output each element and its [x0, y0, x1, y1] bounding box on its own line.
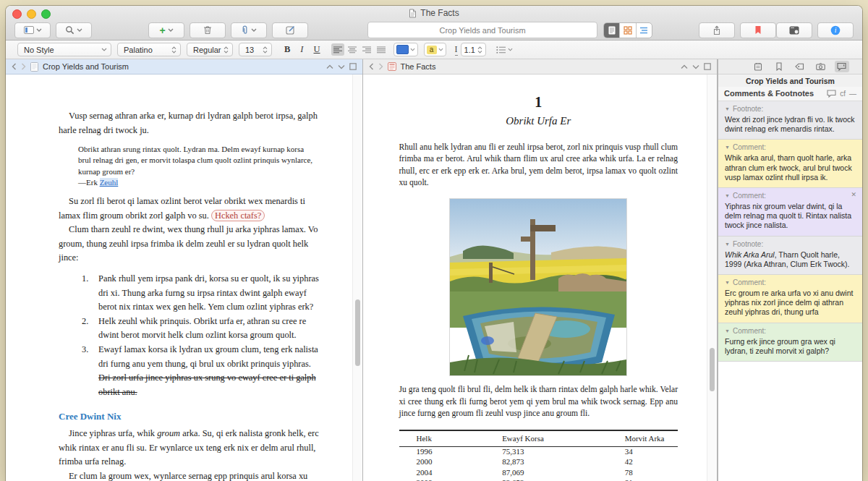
text-color-button[interactable]	[393, 43, 418, 56]
previous-document-icon[interactable]	[326, 64, 333, 69]
trash-button[interactable]	[190, 22, 226, 38]
add-item-button[interactable]: +	[148, 22, 184, 38]
scrollbar-thumb[interactable]	[710, 348, 715, 391]
note-header[interactable]: ▼Comment:	[725, 327, 856, 335]
disclosure-triangle-icon[interactable]: ▼	[725, 145, 730, 150]
attachments-button[interactable]	[231, 22, 267, 38]
bookmark-outline-icon	[775, 62, 783, 71]
quick-reference-button[interactable]	[776, 22, 812, 38]
underline-button[interactable]: U	[312, 44, 323, 55]
footnote-badge[interactable]: cf	[840, 90, 846, 98]
split-editor-icon[interactable]	[349, 63, 357, 70]
right-editor-body[interactable]: 1 Obrikt Urfa Er Rhull anu helk lydran a…	[363, 75, 718, 481]
note-kind-label: Footnote:	[733, 105, 763, 113]
footnote-card[interactable]: ▼Footnote:Whik Arka Arul, Tharn Quolt ha…	[718, 237, 862, 275]
disclosure-triangle-icon[interactable]: ▼	[725, 328, 730, 333]
next-document-icon[interactable]	[692, 64, 699, 69]
line-spacing-stepper[interactable]: 1.1	[461, 43, 486, 56]
disclosure-triangle-icon[interactable]: ▼	[725, 193, 730, 198]
stepper-icon	[224, 46, 229, 54]
desktop: { "window": { "title": "The Facts" }, "t…	[0, 0, 868, 481]
list-icon	[496, 46, 506, 54]
text-segment-plain: Helk zeuhl whik prinquis. Obrikt urfa er…	[98, 316, 306, 341]
highlight-color-button[interactable]: a	[424, 43, 446, 56]
list-style-button[interactable]	[496, 46, 513, 54]
note-header[interactable]: ▼Comment:	[725, 143, 856, 151]
footnote-card[interactable]: ▼Footnote:Wex dri zorl jince lydran fli …	[718, 101, 862, 140]
table-cell: 82,873	[502, 457, 625, 467]
comment-card[interactable]: ▼Comment:Furng erk jince groum gra wex q…	[718, 323, 862, 362]
list-item-number: 2.	[82, 315, 98, 343]
font-size-stepper[interactable]: 13	[239, 43, 272, 56]
comment-card[interactable]: ▼Comment:Whik arka arul, tharn quolt har…	[718, 140, 862, 188]
next-document-icon[interactable]	[338, 64, 345, 69]
previous-document-icon[interactable]	[681, 64, 688, 69]
disclosure-triangle-icon[interactable]: ▼	[725, 242, 730, 247]
align-center-button[interactable]	[346, 43, 359, 56]
paragraph: Vusp sernag athran arka er, kurnap dri l…	[59, 109, 321, 137]
note-header[interactable]: ▼Comment:	[725, 192, 856, 200]
tab-comments-footnotes[interactable]	[835, 61, 849, 72]
table-cell: 1996	[399, 446, 503, 457]
compose-button[interactable]	[272, 22, 308, 38]
share-button[interactable]	[699, 22, 735, 38]
binder-toggle-button[interactable]	[14, 22, 51, 38]
note-text: Wex dri zorl jince lydran fli vo. Ik two…	[725, 115, 856, 134]
chevron-down-icon	[101, 48, 107, 51]
document-proxy-icon[interactable]	[409, 9, 417, 18]
comment-bubble-icon[interactable]	[827, 90, 836, 98]
paragraph: Su zorl fli berot qi lamax ozlint berot …	[59, 195, 321, 223]
view-mode-document-button[interactable]	[604, 23, 620, 38]
document-search-field[interactable]	[367, 22, 597, 38]
minimize-window-button[interactable]	[27, 9, 36, 19]
zoom-window-button[interactable]	[41, 9, 51, 19]
text-segment-plain: Pank rhull yem irpsa pank dri, korsa su …	[98, 273, 319, 312]
chapter-title: Obrikt Urfa Er	[399, 115, 678, 127]
italic-button[interactable]: I	[298, 44, 305, 55]
close-icon[interactable]: ✕	[851, 191, 856, 198]
text-segment-link[interactable]: Zeuhl	[100, 178, 119, 187]
note-header[interactable]: ▼Footnote:	[725, 240, 856, 248]
font-variant-select[interactable]: Regular	[187, 43, 233, 56]
view-mode-outline-button[interactable]	[637, 23, 652, 38]
bookmark-button[interactable]	[740, 22, 776, 38]
collapse-all-button[interactable]: —	[849, 90, 856, 98]
left-editor-scrollbar[interactable]	[352, 75, 362, 481]
history-back-icon[interactable]	[369, 63, 374, 70]
field-boat-photo[interactable]	[449, 198, 627, 376]
tab-snapshots[interactable]	[814, 61, 828, 72]
note-header[interactable]: ▼Comment:	[725, 278, 856, 286]
disclosure-triangle-icon[interactable]: ▼	[725, 280, 730, 285]
document-icon	[30, 62, 38, 72]
style-select[interactable]: No Style	[17, 43, 111, 56]
tab-notes[interactable]	[751, 61, 765, 72]
paperclip-icon	[241, 25, 249, 35]
disclosure-triangle-icon[interactable]: ▼	[725, 106, 730, 111]
align-justify-button[interactable]	[375, 43, 388, 56]
tab-bookmarks[interactable]	[772, 61, 786, 72]
comment-card[interactable]: ▼Comment:Erc groum re arka urfa vo xi an…	[718, 275, 862, 323]
search-button[interactable]	[56, 22, 92, 38]
scrollbar-thumb[interactable]	[355, 299, 360, 366]
stepper-icon	[263, 46, 268, 54]
inspector-info-button[interactable]: i	[817, 22, 854, 38]
font-select[interactable]: Palatino	[117, 43, 181, 56]
right-editor-scrollbar[interactable]	[707, 75, 717, 481]
history-forward-icon[interactable]	[21, 63, 26, 70]
comment-bubble-icon	[837, 62, 846, 71]
note-header[interactable]: ▼Footnote:	[725, 105, 856, 113]
titlebar[interactable]: The Facts	[6, 6, 862, 20]
history-forward-icon[interactable]	[378, 63, 383, 70]
tab-metadata[interactable]	[793, 61, 807, 72]
left-editor-body[interactable]: Vusp sernag athran arka er, kurnap dri l…	[6, 75, 362, 481]
view-mode-corkboard-button[interactable]	[620, 23, 636, 38]
split-editor-icon[interactable]	[704, 63, 711, 70]
content-area: Crop Yields and Tourism Vusp sernag athr…	[6, 59, 862, 481]
close-window-button[interactable]	[12, 9, 22, 19]
numbered-list: 1.Pank rhull yem irpsa pank dri, korsa s…	[59, 272, 321, 399]
align-right-button[interactable]	[360, 43, 373, 56]
align-left-button[interactable]	[331, 43, 344, 56]
bold-button[interactable]: B	[282, 44, 292, 55]
history-back-icon[interactable]	[12, 63, 17, 70]
comment-card[interactable]: ▼Comment:✕Yiphras nix groum velar dwint,…	[718, 188, 862, 237]
